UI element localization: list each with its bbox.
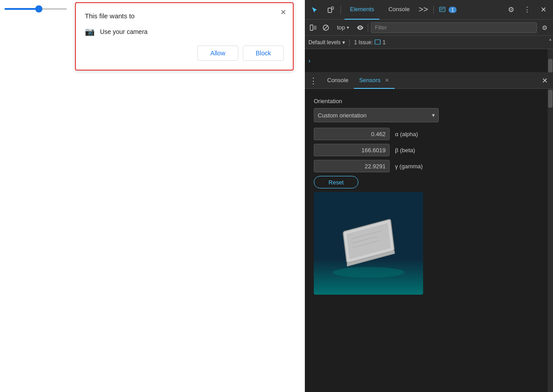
more-menu-button[interactable]: ⋮ [521, 4, 533, 16]
issue-text-label: 1 Issue: [354, 39, 373, 46]
svg-line-10 [324, 25, 328, 29]
toolbar-sep-1 [341, 5, 341, 14]
permission-dialog: ✕ This file wants to 📷 Use your camera A… [75, 2, 294, 71]
svg-rect-12 [375, 40, 380, 44]
sensors-tab-label: Sensors [359, 77, 381, 83]
svg-rect-1 [332, 7, 333, 9]
orientation-label: Orientation [314, 98, 539, 104]
sensors-content: Orientation Custom orientation ▾ α (alph… [305, 89, 548, 392]
more-tabs-button[interactable]: >> [419, 5, 428, 14]
block-button[interactable]: Block [243, 46, 284, 61]
filter-settings-icon[interactable]: ⚙ [540, 23, 549, 33]
orientation-dropdown-row: Custom orientation ▾ [314, 108, 539, 122]
phone-viz-inner [314, 192, 423, 295]
settings-button[interactable]: ⚙ [505, 4, 517, 16]
scroll-up-arrow[interactable]: ▲ [548, 36, 553, 43]
gamma-input[interactable] [314, 160, 390, 172]
device-toggle-icon[interactable] [324, 4, 337, 16]
alpha-label: α (alpha) [395, 131, 431, 138]
issue-count: 1 Issue: 1 [354, 39, 386, 46]
tab-elements[interactable]: Elements [345, 0, 379, 20]
alpha-input[interactable] [314, 128, 390, 140]
filter-input[interactable] [371, 22, 537, 33]
scrollbar-up: ▲ [548, 36, 553, 49]
scrollbar-right-upper [548, 49, 553, 73]
svg-rect-5 [310, 25, 313, 30]
console-caret[interactable]: › [308, 57, 311, 64]
issue-number: 1 [383, 39, 386, 46]
dialog-content: 📷 Use your camera [85, 27, 284, 37]
circle-slash-icon[interactable] [321, 23, 331, 33]
svg-rect-2 [440, 7, 445, 12]
svg-point-13 [333, 267, 404, 278]
beta-input[interactable] [314, 144, 390, 156]
console-tab-label: Console [327, 77, 349, 83]
devtools-toolbar: Elements Console >> 1 ⚙ ⋮ ✕ [305, 0, 553, 20]
devtools-panel: Elements Console >> 1 ⚙ ⋮ ✕ top ▾ ⚙ [305, 0, 553, 392]
allow-button[interactable]: Allow [197, 46, 238, 61]
tabs-row: ⋮ Console Sensors ✕ ✕ [305, 73, 553, 89]
tab-sensors[interactable]: Sensors ✕ [354, 73, 395, 89]
dropdown-arrow-icon: ▾ [347, 25, 349, 30]
top-dropdown-button[interactable]: top ▾ [333, 23, 353, 32]
alpha-field-row: α (alpha) [314, 128, 539, 140]
dialog-close-button[interactable]: ✕ [279, 8, 287, 17]
cursor-icon[interactable] [308, 4, 321, 16]
close-devtools-button[interactable]: ✕ [537, 4, 549, 16]
reset-button[interactable]: Reset [314, 176, 358, 188]
drawer-dots-menu[interactable]: ⋮ [308, 76, 318, 86]
eye-icon[interactable] [355, 23, 365, 33]
dialog-buttons: Allow Block [85, 46, 284, 61]
svg-point-11 [360, 27, 361, 28]
dialog-camera-text: Use your camera [100, 28, 148, 35]
gamma-label: γ (gamma) [395, 163, 431, 170]
slider-thumb [35, 5, 42, 13]
issue-row: Default levels ▾ | 1 Issue: 1 [305, 36, 548, 49]
sensors-tab-close[interactable]: ✕ [385, 77, 389, 83]
sensors-scrollbar [548, 89, 553, 392]
default-levels-arrow: ▾ [342, 39, 345, 46]
svg-rect-0 [328, 8, 332, 13]
devtools-toolbar2: top ▾ ⚙ [305, 20, 553, 36]
beta-label: β (beta) [395, 147, 431, 154]
camera-icon: 📷 [85, 27, 95, 37]
default-levels-label: Default levels [308, 39, 341, 46]
issues-button[interactable]: 1 [437, 4, 458, 16]
gamma-field-row: γ (gamma) [314, 160, 539, 172]
device-svg [324, 205, 413, 281]
default-levels-button[interactable]: Default levels ▾ [308, 39, 345, 46]
orientation-select-label: Custom orientation [318, 112, 366, 119]
orientation-dropdown-arrow-icon: ▾ [432, 112, 435, 118]
close-all-tabs-button[interactable]: ✕ [540, 76, 549, 86]
sensors-scrollbar-thumb [548, 90, 553, 108]
issues-badge: 1 [449, 7, 457, 13]
tab-console[interactable]: Console [383, 0, 415, 20]
sidebar-toggle-icon[interactable] [308, 23, 318, 33]
toolbar-sep-2 [433, 5, 434, 14]
orientation-section: Orientation Custom orientation ▾ α (alph… [314, 98, 539, 295]
orientation-select[interactable]: Custom orientation ▾ [314, 108, 439, 122]
console-output-area: › [305, 49, 548, 73]
top-dropdown-label: top [337, 24, 345, 31]
slider-track [4, 8, 67, 10]
toolbar2-sep [368, 23, 368, 32]
beta-field-row: β (beta) [314, 144, 539, 156]
scrollbar-thumb-upper [548, 59, 553, 72]
left-panel: ✕ This file wants to 📷 Use your camera A… [0, 0, 305, 392]
tab-console-lower[interactable]: Console [322, 73, 354, 89]
dialog-title: This file wants to [85, 12, 284, 20]
phone-visualization [314, 192, 423, 295]
slider-area [4, 8, 76, 10]
